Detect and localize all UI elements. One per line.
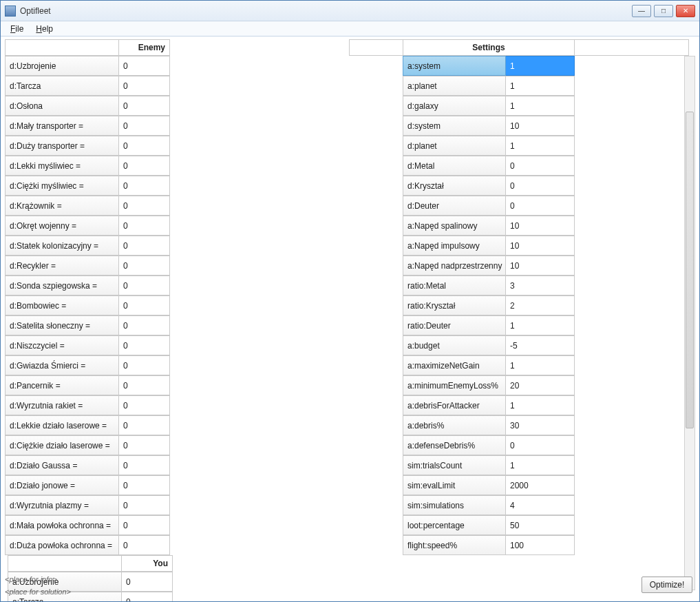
settings-row-value-16[interactable]: 20 — [506, 375, 575, 395]
enemy-row-label-5[interactable]: d:Lekki myśliwiec = — [5, 156, 119, 176]
enemy-row-label-19[interactable]: d:Ciężkie działo laserowe = — [5, 435, 119, 455]
enemy-row-value-21[interactable]: 0 — [119, 475, 170, 495]
optimize-button[interactable]: Optimize! — [641, 577, 692, 593]
settings-row-value-4[interactable]: 1 — [506, 136, 575, 156]
settings-row-value-14[interactable]: -5 — [506, 335, 575, 355]
enemy-row-value-11[interactable]: 0 — [119, 276, 170, 295]
enemy-row-value-15[interactable]: 0 — [119, 355, 170, 375]
enemy-row-value-18[interactable]: 0 — [119, 415, 170, 435]
settings-row-label-0[interactable]: a:system — [403, 56, 506, 76]
enemy-row-value-7[interactable]: 0 — [119, 196, 170, 216]
enemy-row-value-12[interactable]: 0 — [119, 295, 170, 315]
enemy-row-label-1[interactable]: d:Tarcza — [5, 76, 119, 96]
settings-row-label-13[interactable]: ratio:Deuter — [403, 315, 506, 335]
enemy-row-value-0[interactable]: 0 — [119, 56, 170, 76]
settings-row-value-0[interactable]: 1 — [506, 56, 575, 76]
enemy-row-label-23[interactable]: d:Mała powłoka ochronna = — [5, 515, 119, 535]
settings-row-label-2[interactable]: d:galaxy — [403, 96, 506, 116]
settings-row-value-21[interactable]: 2000 — [506, 475, 575, 495]
settings-header[interactable]: Settings — [403, 39, 575, 56]
settings-row-value-8[interactable]: 10 — [506, 216, 575, 236]
settings-row-label-23[interactable]: loot:percentage — [403, 515, 506, 535]
enemy-row-label-13[interactable]: d:Satelita słoneczny = — [5, 315, 119, 335]
settings-row-value-11[interactable]: 3 — [506, 276, 575, 295]
settings-row-value-17[interactable]: 1 — [506, 395, 575, 415]
enemy-row-label-0[interactable]: d:Uzbrojenie — [5, 56, 119, 76]
enemy-row-label-20[interactable]: d:Działo Gaussa = — [5, 455, 119, 475]
scrollbar-vertical[interactable] — [684, 56, 695, 590]
settings-row-label-17[interactable]: a:debrisForAttacker — [403, 395, 506, 415]
enemy-row-value-19[interactable]: 0 — [119, 435, 170, 455]
enemy-row-value-6[interactable]: 0 — [119, 176, 170, 196]
settings-row-value-7[interactable]: 0 — [506, 196, 575, 216]
settings-row-label-22[interactable]: sim:simulations — [403, 495, 506, 515]
settings-row-value-18[interactable]: 30 — [506, 415, 575, 435]
enemy-row-label-4[interactable]: d:Duży transporter = — [5, 136, 119, 156]
settings-row-label-24[interactable]: flight:speed% — [403, 535, 506, 555]
settings-row-value-5[interactable]: 0 — [506, 156, 575, 176]
enemy-row-value-14[interactable]: 0 — [119, 335, 170, 355]
settings-row-label-3[interactable]: d:system — [403, 116, 506, 136]
enemy-row-label-11[interactable]: d:Sonda szpiegowska = — [5, 276, 119, 295]
enemy-row-value-23[interactable]: 0 — [119, 515, 170, 535]
settings-row-value-1[interactable]: 1 — [506, 76, 575, 96]
settings-row-label-18[interactable]: a:debris% — [403, 415, 506, 435]
settings-row-label-20[interactable]: sim:trialsCount — [403, 455, 506, 475]
you-header-blank[interactable] — [8, 555, 122, 572]
enemy-row-label-8[interactable]: d:Okręt wojenny = — [5, 216, 119, 236]
minimize-button[interactable]: — — [632, 5, 651, 17]
you-row-value-1[interactable]: 0 — [122, 592, 173, 601]
enemy-row-value-10[interactable]: 0 — [119, 256, 170, 276]
enemy-row-value-1[interactable]: 0 — [119, 76, 170, 96]
settings-row-value-2[interactable]: 1 — [506, 96, 575, 116]
enemy-row-value-16[interactable]: 0 — [119, 375, 170, 395]
you-header[interactable]: You — [122, 555, 173, 572]
close-button[interactable]: ✕ — [676, 5, 695, 17]
enemy-row-value-4[interactable]: 0 — [119, 136, 170, 156]
settings-row-label-1[interactable]: a:planet — [403, 76, 506, 96]
settings-row-label-12[interactable]: ratio:Kryształ — [403, 295, 506, 315]
enemy-row-label-6[interactable]: d:Ciężki myśliwiec = — [5, 176, 119, 196]
settings-row-value-20[interactable]: 1 — [506, 455, 575, 475]
enemy-row-label-22[interactable]: d:Wyrzutnia plazmy = — [5, 495, 119, 515]
settings-row-value-10[interactable]: 10 — [506, 256, 575, 276]
enemy-row-value-9[interactable]: 0 — [119, 236, 170, 256]
menu-help[interactable]: Help — [30, 23, 59, 35]
settings-row-value-9[interactable]: 10 — [506, 236, 575, 256]
settings-row-value-15[interactable]: 1 — [506, 355, 575, 375]
enemy-row-value-5[interactable]: 0 — [119, 156, 170, 176]
enemy-row-value-22[interactable]: 0 — [119, 495, 170, 515]
settings-row-label-21[interactable]: sim:evalLimit — [403, 475, 506, 495]
enemy-row-value-13[interactable]: 0 — [119, 315, 170, 335]
settings-row-label-5[interactable]: d:Metal — [403, 156, 506, 176]
enemy-row-label-7[interactable]: d:Krążownik = — [5, 196, 119, 216]
enemy-row-value-24[interactable]: 0 — [119, 535, 170, 555]
settings-row-value-13[interactable]: 1 — [506, 315, 575, 335]
settings-row-value-23[interactable]: 50 — [506, 515, 575, 535]
settings-row-value-19[interactable]: 0 — [506, 435, 575, 455]
scrollbar-thumb[interactable] — [686, 112, 694, 428]
settings-row-label-8[interactable]: a:Napęd spalinowy — [403, 216, 506, 236]
you-row-value-0[interactable]: 0 — [122, 572, 173, 592]
settings-row-value-24[interactable]: 100 — [506, 535, 575, 555]
settings-row-label-4[interactable]: d:planet — [403, 136, 506, 156]
enemy-row-label-24[interactable]: d:Duża powłoka ochronna = — [5, 535, 119, 555]
titlebar[interactable]: Optifleet — □ ✕ — [1, 1, 699, 21]
settings-row-label-7[interactable]: d:Deuter — [403, 196, 506, 216]
maximize-button[interactable]: □ — [654, 5, 673, 17]
menu-file[interactable]: File — [5, 23, 29, 35]
settings-row-label-19[interactable]: a:defenseDebris% — [403, 435, 506, 455]
enemy-row-value-17[interactable]: 0 — [119, 395, 170, 415]
settings-row-value-22[interactable]: 4 — [506, 495, 575, 515]
settings-row-value-3[interactable]: 10 — [506, 116, 575, 136]
enemy-row-label-10[interactable]: d:Recykler = — [5, 256, 119, 276]
settings-row-label-11[interactable]: ratio:Metal — [403, 276, 506, 295]
enemy-header[interactable]: Enemy — [119, 39, 170, 56]
settings-row-label-15[interactable]: a:maximizeNetGain — [403, 355, 506, 375]
enemy-row-label-14[interactable]: d:Niszczyciel = — [5, 335, 119, 355]
settings-row-label-16[interactable]: a:minimumEnemyLoss% — [403, 375, 506, 395]
enemy-row-value-2[interactable]: 0 — [119, 96, 170, 116]
enemy-row-label-16[interactable]: d:Pancernik = — [5, 375, 119, 395]
settings-row-label-14[interactable]: a:budget — [403, 335, 506, 355]
enemy-row-label-18[interactable]: d:Lekkie działo laserowe = — [5, 415, 119, 435]
